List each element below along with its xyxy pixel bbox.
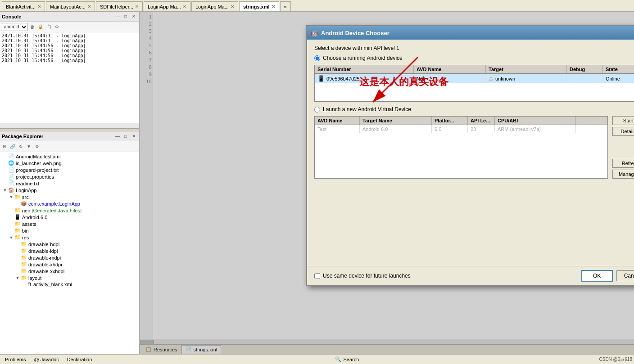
pkg-settings-icon[interactable]: ⚙ [33, 143, 41, 150]
close-icon[interactable]: ✕ [130, 13, 137, 20]
tree-item-gen[interactable]: 📁 gen [Generated Java Files] [2, 207, 137, 214]
package-explorer-content[interactable]: 📄 AndroidManifest.xml 🌐 ic_launcher-web.… [0, 152, 139, 354]
tree-item-androidmanifest[interactable]: 📄 AndroidManifest.xml [2, 153, 137, 160]
pkg-collapse-icon[interactable]: ⊟ [1, 143, 8, 150]
package-icon: 📦 [21, 201, 27, 207]
device-target: ⚠ unknown [486, 74, 567, 83]
console-content[interactable]: 2021-10-31 15:44:11 - LoginApp] 2021-10-… [0, 32, 139, 123]
pkg-minimize-icon[interactable]: — [114, 133, 121, 140]
radio-running-device-row: Choose a running Android device [314, 55, 634, 61]
tab-javadoc[interactable]: @ Javadoc [31, 355, 62, 364]
tab-loginapp-ma1[interactable]: LoginApp Ma... ✕ [144, 1, 190, 11]
tab-blankactivity-close[interactable]: ✕ [37, 4, 41, 9]
tree-item-res[interactable]: ▼ 📁 res [2, 234, 137, 241]
device-phone-icon: 📱 [317, 75, 325, 82]
folder-icon: 📁 [21, 255, 27, 261]
console-scroll-lock-icon[interactable]: 🔒 [37, 23, 44, 31]
tab-strings-xml-label: strings.xml [243, 4, 270, 9]
tree-item-drawable-hdpi[interactable]: 📁 drawable-hdpi [2, 241, 137, 247]
console-settings-icon[interactable]: ⚙ [53, 23, 60, 31]
device-state: Online [603, 74, 634, 83]
tree-item-assets[interactable]: 📁 assets [2, 220, 137, 227]
tree-arrow [8, 215, 14, 220]
tree-arrow [21, 282, 27, 287]
tab-mainlayoutac[interactable]: MainLayoutAc... ✕ [46, 1, 95, 11]
tree-label: AndroidManifest.xml [16, 154, 61, 159]
console-line: 2021-10-31 15:44:11 - LoginApp] [2, 33, 137, 38]
tree-item-loginapp[interactable]: ▼ 🏠 LoginApp [2, 187, 137, 193]
pkg-filter-icon[interactable]: ▼ [25, 143, 32, 150]
dialog-title-icon: 🤖 [311, 29, 318, 36]
package-explorer-panel: Package Explorer — □ ✕ ⊟ 🔗 ↻ ▼ ⚙ [0, 131, 139, 354]
col-debug: Debug [567, 65, 603, 73]
tree-item-src[interactable]: ▼ 📁 src [2, 193, 137, 200]
pkg-maximize-icon[interactable]: □ [122, 133, 129, 140]
tree-label: drawable-ldpi [28, 248, 58, 254]
console-copy-icon[interactable]: 📋 [45, 23, 52, 31]
start-button[interactable]: Start... [612, 116, 634, 125]
tab-loginapp-ma2[interactable]: LoginApp Ma... ✕ [191, 1, 238, 11]
tab-problems[interactable]: Problems [2, 355, 29, 364]
tab-declaration[interactable]: Declaration [64, 355, 95, 364]
details-button[interactable]: Details... [612, 127, 634, 136]
minimize-icon[interactable]: — [114, 13, 121, 20]
cancel-button[interactable]: Cancel [616, 270, 634, 281]
pkg-sync-icon[interactable]: ↻ [17, 143, 24, 150]
tree-item-android60[interactable]: 📱 Android 6.0 [2, 214, 137, 220]
console-dropdown[interactable]: android [1, 23, 28, 31]
tree-label: drawable-hdpi [28, 242, 59, 247]
tree-item-proguard[interactable]: 📄 proguard-project.txt [2, 166, 137, 173]
manager-button[interactable]: Manager... [612, 170, 634, 179]
tree-arrow [2, 161, 8, 166]
tab-loginapp-ma1-close[interactable]: ✕ [183, 4, 186, 9]
console-horizontal-scrollbar[interactable] [0, 123, 139, 128]
maximize-icon[interactable]: □ [122, 13, 129, 20]
tab-more[interactable]: » [280, 1, 291, 11]
tree-item-drawable-mdpi[interactable]: 📁 drawable-mdpi [2, 254, 137, 261]
pkg-panel-icons: — □ ✕ [114, 133, 137, 140]
tab-javadoc-label: @ Javadoc [34, 357, 59, 362]
project-icon: 🏠 [8, 187, 14, 193]
tab-problems-label: Problems [5, 357, 26, 362]
tree-item-project-properties[interactable]: 📄 project.properties [2, 173, 137, 180]
console-clear-icon[interactable]: 🗑 [29, 23, 36, 31]
tab-loginapp-ma2-label: LoginApp Ma... [195, 4, 229, 9]
tree-item-drawable-xxhdpi[interactable]: 📁 drawable-xxhdpi [2, 268, 137, 274]
folder-icon: 📁 [21, 261, 27, 267]
tree-item-layout[interactable]: ▼ 📁 layout [2, 274, 137, 281]
status-csdn: CSDN @0点618 [599, 356, 632, 363]
avd-platform: 6.0 [432, 125, 468, 133]
checkbox-future-launches-input[interactable] [314, 273, 320, 279]
search-bar-bottom: 🔍 Search [335, 356, 359, 362]
tree-item-readme[interactable]: 📄 readme.txt [2, 180, 137, 187]
tree-item-iclauncher[interactable]: 🌐 ic_launcher-web.png [2, 160, 137, 166]
tab-loginapp-ma2-close[interactable]: ✕ [231, 4, 234, 9]
tab-sdfilehelper[interactable]: SDFileHelper... ✕ [96, 1, 143, 11]
tree-item-drawable-ldpi[interactable]: 📁 drawable-ldpi [2, 247, 137, 254]
avd-empty-row [315, 133, 607, 142]
avd-row-0[interactable]: Test Android 6.0 6.0 23 ARM (armeabi-v7a… [315, 125, 607, 133]
radio-avd-device[interactable] [314, 107, 320, 112]
tree-item-drawable-xhdpi[interactable]: 📁 drawable-xhdpi [2, 261, 137, 268]
pkg-close-icon[interactable]: ✕ [130, 133, 137, 140]
package-explorer-title-bar: Package Explorer — □ ✕ [0, 131, 139, 141]
tree-arrow [2, 181, 8, 186]
file-icon: 📄 [8, 167, 14, 173]
tab-mainlayoutac-close[interactable]: ✕ [87, 4, 91, 9]
pkg-link-icon[interactable]: 🔗 [9, 143, 16, 150]
refresh-button[interactable]: Refresh [612, 159, 634, 168]
tab-blankactivity[interactable]: BlankActivit... ✕ [2, 1, 45, 11]
folder-icon: 📁 [21, 241, 27, 247]
ok-button[interactable]: OK [581, 270, 613, 282]
tab-sdfilehelper-close[interactable]: ✕ [135, 4, 139, 9]
console-line: 2021-10-31 15:44:56 - LoginApp] [2, 48, 137, 53]
tab-strings-xml-close[interactable]: ✕ [272, 4, 275, 9]
avd-col-name: AVD Name [315, 117, 360, 125]
tab-strings-xml[interactable]: strings.xml ✕ [239, 1, 279, 11]
tree-item-activity-blank[interactable]: 🗒 activity_blank.xml [2, 281, 137, 288]
running-device-row-0[interactable]: 📱 09e596b47d25 N/A ⚠ unknown Online [315, 74, 634, 83]
tree-item-bin[interactable]: 📁 bin [2, 227, 137, 234]
radio-running-device[interactable] [314, 55, 320, 61]
tree-item-com-example[interactable]: 📦 com.example.LoginApp [2, 200, 137, 207]
tab-sdfilehelper-label: SDFileHelper... [100, 4, 133, 9]
